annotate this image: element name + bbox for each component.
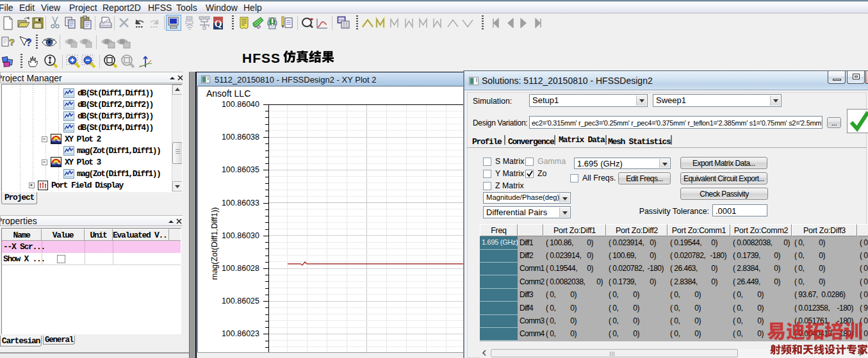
svg-text:?: ? — [26, 37, 32, 48]
svg-text:Q: Q — [215, 19, 222, 29]
svg-text:mag(Zot(Diff1,Diff1)): mag(Zot(Diff1,Diff1)) — [210, 207, 219, 280]
svg-text:?: ? — [9, 37, 15, 47]
